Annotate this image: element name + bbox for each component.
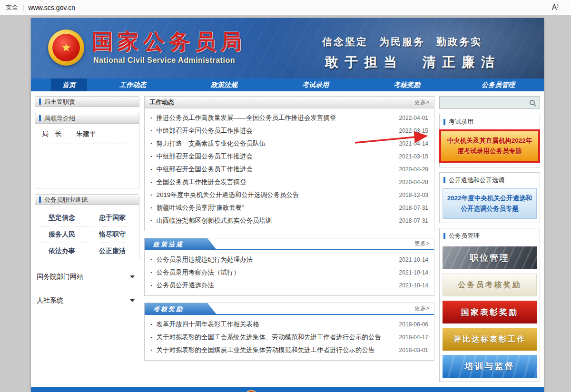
- news-link[interactable]: 中组部召开全国公务员工作推进会: [157, 127, 394, 135]
- panel-title: 公开遴选和公开选调: [449, 176, 504, 185]
- link-label: 国务院部门网站: [37, 273, 83, 281]
- national-emblem-icon: ★: [48, 29, 84, 66]
- news-row: 全国公务员工作推进会发言摘登2020-04-28: [150, 176, 428, 188]
- ethics-row: 服务人民 恪尽职守: [41, 226, 133, 243]
- policy-link[interactable]: 公务员录用违规违纪行为处理办法: [157, 255, 394, 264]
- news-date: 2018-07-31: [399, 217, 428, 224]
- news-link[interactable]: 推进公务员工作高质量发展——全国公务员工作推进会发言摘登: [157, 114, 394, 122]
- panel-header-ethics[interactable]: 公务员职业道德: [35, 194, 139, 205]
- accent-bar: [443, 233, 445, 239]
- search-input[interactable]: [443, 97, 530, 108]
- awards-link[interactable]: 关于对拟表彰的全国工会系统先进集体、劳动模范和先进工作者进行公示的公告: [157, 333, 394, 342]
- leader-name[interactable]: 朱建平: [76, 130, 96, 138]
- footer-emblem-icon: ★: [244, 390, 258, 392]
- news-row: 推进公务员工作高质量发展——全国公务员工作推进会发言摘登2022-04-01: [150, 111, 428, 124]
- banner-position-management[interactable]: 职位管理: [443, 246, 537, 269]
- nav-item-home[interactable]: 首页: [51, 78, 87, 91]
- policy-more-link[interactable]: 更多>: [414, 240, 429, 248]
- nav-home-slot: 首页: [31, 78, 87, 91]
- news-date: 2020-04-28: [399, 179, 428, 186]
- address-separator: |: [22, 4, 24, 11]
- bullet-icon: [150, 166, 157, 173]
- panel-title: 局主要职责: [44, 98, 75, 106]
- accent-bar: [39, 196, 41, 203]
- read-aloud-icon[interactable]: A⁾: [551, 3, 559, 12]
- awards-date: 2018-04-17: [399, 334, 428, 341]
- bullet-icon: [150, 127, 157, 134]
- bullet-icon: [150, 217, 157, 224]
- awards-link[interactable]: 关于对拟表彰的全国煤炭工业先进集体劳动模范和先进工作者进行公示的公告: [157, 346, 394, 354]
- selection-panel-header: 公开遴选和公开选调: [443, 174, 537, 186]
- news-date: 2018-07-31: [399, 205, 428, 211]
- url-text[interactable]: www.scs.gov.cn: [28, 4, 75, 11]
- security-label: 安全: [6, 3, 18, 12]
- bullet-icon: [150, 114, 157, 121]
- policy-link[interactable]: 公务员公开遴选办法: [157, 281, 394, 290]
- policy-link[interactable]: 公务员录用考察办法（试行）: [157, 268, 394, 277]
- policy-section: 政策法规 更多> 公务员录用违规违纪行为处理办法2021-10-14 公务员录用…: [144, 238, 434, 296]
- ethics-row: 依法办事 公正廉洁: [41, 243, 133, 259]
- awards-row: 改革开放四十周年表彰工作相关表格2018-06-06: [150, 318, 428, 331]
- banner-training-supervision[interactable]: 培训与监督: [443, 355, 537, 378]
- nav-item-policy[interactable]: 政策法规: [178, 78, 270, 91]
- selection-2022-banner[interactable]: 2022年度中央机关公开遴选和公开选调公务员专题: [443, 188, 537, 219]
- news-section: 工作动态 更多> 推进公务员工作高质量发展——全国公务员工作推进会发言摘登202…: [144, 96, 434, 231]
- policy-row: 公务员公开遴选办法2021-10-14: [150, 279, 428, 292]
- link-label: 人社系统: [37, 296, 63, 305]
- news-date: 2021-04-14: [399, 140, 428, 147]
- search-icon[interactable]: [530, 100, 535, 105]
- news-more-link[interactable]: 更多>: [414, 98, 429, 107]
- news-row: 中组部召开全国公务员工作推进会2022-03-15: [150, 124, 428, 137]
- news-date: 2018-12-03: [399, 192, 428, 198]
- awards-list: 改革开放四十周年表彰工作相关表格2018-06-06 关于对拟表彰的全国工会系统…: [145, 315, 434, 360]
- content-area: 局主要职责 局领导介绍 局 长 朱建平 公务员职业道德: [31, 91, 544, 387]
- sidebar-link-hr-system[interactable]: 人社系统: [35, 294, 139, 307]
- emblem-star-icon: ★: [61, 42, 71, 53]
- awards-more-link[interactable]: 更多>: [414, 304, 429, 313]
- exam-panel: 考试录用 中央机关及其直属机构2022年度考试录用公务员专题: [439, 114, 540, 167]
- news-link[interactable]: 中组部召开全国公务员工作推进会: [157, 165, 394, 174]
- nav-item-exam[interactable]: 考试录用: [270, 78, 361, 91]
- chevron-down-icon: [130, 299, 135, 302]
- awards-section-header: 考核奖励 更多>: [145, 303, 434, 315]
- leader-panel-body: 局 长 朱建平: [35, 124, 139, 188]
- ethics-phrase: 忠于国家: [99, 214, 126, 222]
- news-link[interactable]: 新疆叶城公务员享用“廉政套餐”: [157, 204, 394, 212]
- left-sidebar: 局主要职责 局领导介绍 局 长 朱建平 公务员职业道德: [35, 96, 139, 307]
- news-link[interactable]: 全国公务员工作推进会发言摘登: [157, 178, 394, 186]
- management-panel: 公务员管理 职位管理 公务员考核奖励 国家表彰奖励 评比达标表彰工作 培训与监督: [439, 228, 540, 382]
- banner-national-commendation[interactable]: 国家表彰奖励: [443, 301, 537, 323]
- policy-date: 2021-10-14: [399, 256, 428, 263]
- awards-tab[interactable]: 考核奖励: [145, 303, 217, 315]
- bullet-icon: [150, 256, 157, 263]
- accent-bar: [39, 98, 41, 105]
- sidebar-link-gov-departments[interactable]: 国务院部门网站: [35, 271, 139, 283]
- nav-item-news[interactable]: 工作动态: [87, 78, 178, 91]
- exam-2022-banner[interactable]: 中央机关及其直属机构2022年度考试录用公务员专题: [439, 129, 540, 163]
- news-link[interactable]: 山西临汾尧都区创新模式抓实公务员培训: [157, 216, 394, 225]
- accent-bar: [443, 119, 445, 125]
- news-link[interactable]: 努力打造一支高素质专业化公务员队伍: [157, 139, 394, 148]
- awards-link[interactable]: 改革开放四十周年表彰工作相关表格: [157, 320, 394, 329]
- policy-tab[interactable]: 政策法规: [145, 238, 217, 250]
- bullet-icon: [150, 346, 157, 353]
- panel-header-duties[interactable]: 局主要职责: [35, 96, 139, 107]
- right-sidebar: 考试录用 中央机关及其直属机构2022年度考试录用公务员专题 公开遴选和公开选调…: [439, 96, 540, 387]
- panel-header-leaders[interactable]: 局领导介绍: [35, 113, 139, 124]
- slogan-line2: 敢于担当 清正廉洁: [325, 53, 501, 71]
- awards-row: 关于对拟表彰的全国煤炭工业先进集体劳动模范和先进工作者进行公示的公告2018-0…: [150, 343, 428, 356]
- section-title: 工作动态: [149, 98, 174, 107]
- nav-item-awards[interactable]: 考核奖励: [361, 78, 453, 91]
- news-link[interactable]: 中组部召开全国公务员工作推进会: [157, 152, 394, 161]
- news-section-header: 工作动态 更多>: [145, 97, 434, 108]
- policy-row: 公务员录用考察办法（试行）2021-10-14: [150, 266, 428, 279]
- news-row: 中组部召开全国公务员工作推进会2020-04-28: [150, 163, 428, 176]
- news-date: 2021-03-15: [399, 153, 428, 160]
- accent-bar: [443, 177, 445, 183]
- banner-appraisal-awards[interactable]: 公务员考核奖励: [443, 274, 537, 296]
- site-header: ★ 国家公务员局 National Civil Service Administ…: [31, 18, 544, 78]
- nav-item-management[interactable]: 公务员管理: [453, 78, 544, 91]
- banner-commendation-work[interactable]: 评比达标表彰工作: [443, 328, 537, 351]
- site-page: ★ 国家公务员局 National Civil Service Administ…: [31, 18, 544, 392]
- news-link[interactable]: 2019年度中央机关公开遴选和公开选调公务员公告: [157, 191, 394, 199]
